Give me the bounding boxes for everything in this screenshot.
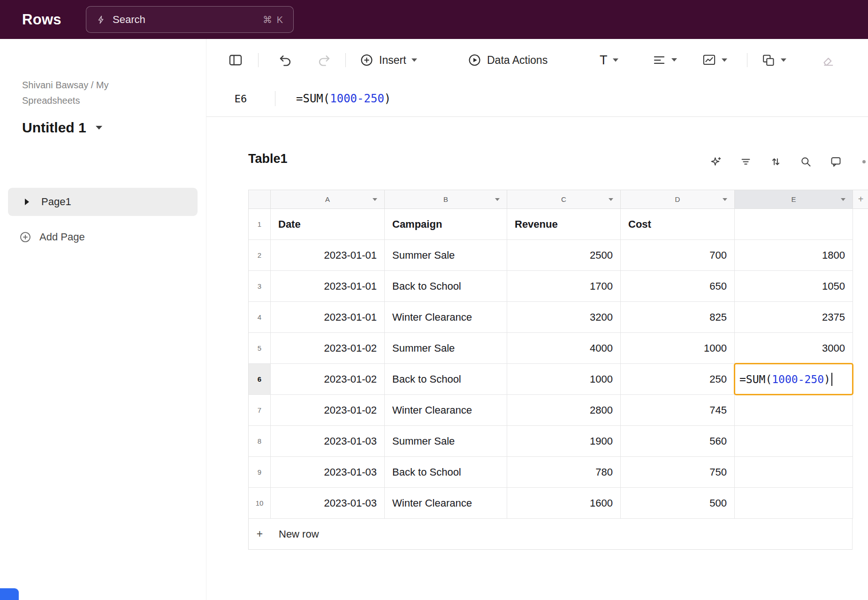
column-header-a[interactable]: A: [271, 190, 385, 209]
row-number[interactable]: 5: [249, 333, 271, 364]
overflow-menu-icon[interactable]: [862, 160, 866, 163]
cell-a2[interactable]: 2023-01-01: [271, 240, 385, 271]
cell-e4[interactable]: 2375: [735, 302, 853, 333]
sidebar-toggle-button[interactable]: [228, 53, 243, 68]
row-number[interactable]: 6: [249, 364, 271, 395]
table-name[interactable]: Table1: [248, 152, 288, 166]
comments-button[interactable]: [830, 155, 842, 168]
row-number[interactable]: 4: [249, 302, 271, 333]
sidebar-item-page1[interactable]: Page1: [8, 188, 198, 216]
cell-e2[interactable]: 1800: [735, 240, 853, 271]
cell-b9[interactable]: Back to School: [385, 457, 507, 488]
cell-b8[interactable]: Summer Sale: [385, 426, 507, 457]
cell-d4[interactable]: 825: [621, 302, 735, 333]
row-number[interactable]: 10: [249, 488, 271, 519]
cell-e9[interactable]: [735, 457, 853, 488]
cell-a5[interactable]: 2023-01-02: [271, 333, 385, 364]
formula-input[interactable]: =SUM(1000-250): [296, 92, 391, 105]
chevron-down-icon[interactable]: [373, 198, 377, 201]
column-header-d[interactable]: D: [621, 190, 735, 209]
redo-button[interactable]: [317, 53, 332, 68]
data-actions-button[interactable]: Data Actions: [467, 53, 548, 67]
cell-e8[interactable]: [735, 426, 853, 457]
eraser-button[interactable]: [821, 53, 836, 67]
caret-right-icon[interactable]: [25, 199, 29, 205]
column-header-b[interactable]: B: [385, 190, 507, 209]
insert-button[interactable]: Insert: [359, 53, 417, 67]
cell-b2[interactable]: Summer Sale: [385, 240, 507, 271]
chart-button[interactable]: [702, 53, 727, 67]
row-number[interactable]: 9: [249, 457, 271, 488]
cell-c2[interactable]: 2500: [507, 240, 621, 271]
cell-c5[interactable]: 4000: [507, 333, 621, 364]
row-number[interactable]: 3: [249, 271, 271, 302]
cell-a6[interactable]: 2023-01-02: [271, 364, 385, 395]
column-header-e[interactable]: E: [735, 190, 853, 209]
text-style-button[interactable]: T: [600, 53, 618, 67]
cell-b1[interactable]: Campaign: [385, 209, 507, 240]
active-cell-e6[interactable]: =SUM(1000-250): [735, 364, 853, 395]
cell-c3[interactable]: 1700: [507, 271, 621, 302]
cell-d8[interactable]: 560: [621, 426, 735, 457]
column-header-c[interactable]: C: [507, 190, 621, 209]
sort-button[interactable]: [769, 155, 782, 168]
add-column-button[interactable]: +: [853, 190, 868, 209]
alignment-button[interactable]: [652, 53, 677, 67]
cell-a4[interactable]: 2023-01-01: [271, 302, 385, 333]
cell-c10[interactable]: 1600: [507, 488, 621, 519]
cell-d7[interactable]: 745: [621, 395, 735, 426]
chevron-down-icon[interactable]: [723, 198, 727, 201]
cell-e5[interactable]: 3000: [735, 333, 853, 364]
cell-d3[interactable]: 650: [621, 271, 735, 302]
search-table-button[interactable]: [799, 155, 812, 168]
cell-d6[interactable]: 250: [621, 364, 735, 395]
cell-b4[interactable]: Winter Clearance: [385, 302, 507, 333]
cell-e10[interactable]: [735, 488, 853, 519]
cell-c9[interactable]: 780: [507, 457, 621, 488]
cell-a1[interactable]: Date: [271, 209, 385, 240]
row-number[interactable]: 8: [249, 426, 271, 457]
cell-b10[interactable]: Winter Clearance: [385, 488, 507, 519]
spreadsheet-title-menu[interactable]: Untitled 1: [22, 120, 102, 136]
cell-b6[interactable]: Back to School: [385, 364, 507, 395]
new-row-button[interactable]: + New row: [248, 519, 853, 550]
cell-c8[interactable]: 1900: [507, 426, 621, 457]
chevron-down-icon[interactable]: [495, 198, 500, 201]
cell-b5[interactable]: Summer Sale: [385, 333, 507, 364]
row-number[interactable]: 1: [249, 209, 271, 240]
chevron-down-icon[interactable]: [841, 198, 845, 201]
cell-reference[interactable]: E6: [206, 93, 275, 105]
cell-c4[interactable]: 3200: [507, 302, 621, 333]
cell-a8[interactable]: 2023-01-03: [271, 426, 385, 457]
corner-cell[interactable]: [249, 190, 271, 209]
cell-d10[interactable]: 500: [621, 488, 735, 519]
cell-e3[interactable]: 1050: [735, 271, 853, 302]
cell-e7[interactable]: [735, 395, 853, 426]
cell-b7[interactable]: Winter Clearance: [385, 395, 507, 426]
cell-a10[interactable]: 2023-01-03: [271, 488, 385, 519]
cell-a9[interactable]: 2023-01-03: [271, 457, 385, 488]
cell-a7[interactable]: 2023-01-02: [271, 395, 385, 426]
search-input[interactable]: Search ⌘ K: [86, 6, 294, 33]
cell-d9[interactable]: 750: [621, 457, 735, 488]
ai-sparkle-button[interactable]: [709, 155, 722, 168]
help-widget[interactable]: [0, 588, 19, 600]
cell-c1[interactable]: Revenue: [507, 209, 621, 240]
cell-e1[interactable]: [735, 209, 853, 240]
filter-button[interactable]: [739, 155, 752, 168]
cell-d1[interactable]: Cost: [621, 209, 735, 240]
rows-logo[interactable]: Rows: [22, 11, 61, 28]
add-page-button[interactable]: Add Page: [19, 226, 85, 248]
cell-c7[interactable]: 2800: [507, 395, 621, 426]
cell-b3[interactable]: Back to School: [385, 271, 507, 302]
row-number[interactable]: 2: [249, 240, 271, 271]
tables-button[interactable]: [761, 53, 786, 67]
cell-a3[interactable]: 2023-01-01: [271, 271, 385, 302]
cell-d5[interactable]: 1000: [621, 333, 735, 364]
cell-d2[interactable]: 700: [621, 240, 735, 271]
chevron-down-icon[interactable]: [609, 198, 613, 201]
row-number[interactable]: 7: [249, 395, 271, 426]
cell-c6[interactable]: 1000: [507, 364, 621, 395]
undo-button[interactable]: [278, 53, 293, 68]
breadcrumb[interactable]: Shivani Bawsay / My Spreadsheets: [22, 77, 156, 108]
